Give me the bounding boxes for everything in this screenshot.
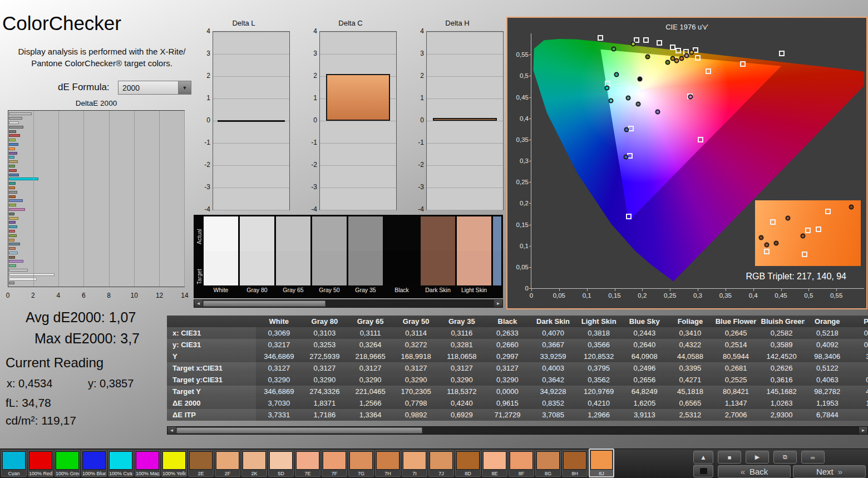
gridline [427,143,503,144]
display-button[interactable] [693,465,713,477]
row-label: x: CIE31 [167,327,256,339]
patch-button-8g[interactable]: 8G [535,450,561,477]
table-row: y: CIE310,32170,32530,32640,32720,32810,… [167,339,868,351]
swatch-scrollbar[interactable]: ◄ ► [194,299,503,308]
scroll-right-icon[interactable]: ► [494,300,502,307]
cie-measured-circle [679,56,684,61]
patch-button-8f[interactable]: 8F [509,450,534,477]
deltae-bar-row [9,173,184,177]
deltae-bar-row [9,238,184,242]
bottom-toolbar: Cyan100% Red100% Green100% Blue100% Cyan… [0,449,868,478]
scrollbar-track[interactable] [176,427,859,434]
gridline [320,143,396,144]
cie-target-square [802,252,807,257]
gridline [213,54,289,55]
table-cell: 218,9665 [347,351,393,362]
next-button[interactable]: Next » [793,465,866,478]
gridline [159,111,160,287]
table-cell: 0,0000 [485,386,530,397]
swatch-target [276,251,310,285]
patch-button-7g[interactable]: 7G [348,450,374,477]
patch-button-7h[interactable]: 7H [375,450,401,477]
axis-tick [529,97,531,98]
scrollbar-track[interactable] [203,300,494,307]
deltae-bar-row [9,259,184,264]
patch-button-100-blue[interactable]: 100% Blue [81,450,107,477]
cie-measured-circle [624,127,629,132]
scrollbar-thumb[interactable] [176,427,422,433]
capture-button[interactable]: ⧉ [773,451,797,464]
patch-button-8h[interactable]: 8H [562,450,588,477]
table-cell: 2,7006 [713,409,758,421]
cie-inset [755,200,861,266]
table-row: x: CIE310,30690,31030,31110,31140,31160,… [167,327,868,339]
patch-label: 7J [430,470,453,476]
patch-color [82,451,106,470]
patch-button-7f[interactable]: 7F [322,450,347,477]
swatch-actual [384,216,419,251]
table-cell: 40,7 [850,386,868,397]
table-cell: 0,3290 [393,374,439,386]
patch-label: 100% Blue [82,470,106,476]
column-header: Foliage [667,316,713,327]
deltae-bar [9,143,18,146]
cie-measured-circle [665,60,670,65]
cie-measured-circle [608,98,613,104]
swatch-white: White [204,216,238,297]
gridline [213,165,289,166]
patch-color [269,451,293,470]
cie-target-square [740,61,746,67]
patch-button-7e[interactable]: 7E [295,450,320,477]
patch-label: Cyan [2,470,26,476]
patch-button-cyan[interactable]: Cyan [1,450,27,477]
patch-button-8j[interactable]: 8J [589,449,614,477]
axis-tick-label: 14 [181,292,188,299]
table-cell: 0,3616 [759,374,805,386]
patch-color [189,451,213,470]
actual-row-label: Actual [195,216,204,257]
patch-button-100-yellow[interactable]: 100% Yellow [161,450,187,477]
table-cell: 118,0658 [439,351,485,362]
table-cell: 3,7030 [256,397,302,409]
scroll-up-button[interactable]: ▲ [693,451,713,464]
stop-button[interactable]: ■ [718,451,741,464]
table-cell: 0,3264 [347,339,393,351]
patch-button-2k[interactable]: 2K [241,450,267,477]
scroll-left-icon[interactable]: ◄ [194,300,203,307]
next-button-label: Next [816,467,834,476]
scrollbar-thumb[interactable] [203,300,326,307]
axis-tick-label: 0,2 [510,200,529,206]
patch-label: 7G [349,470,373,476]
patch-button-7j[interactable]: 7J [428,450,454,477]
de-formula-dropdown[interactable]: 2000 ▼ [118,81,191,95]
scroll-right-icon[interactable]: ► [859,427,867,434]
swatch-gray-65: Gray 65 [276,216,310,297]
patch-button-2e[interactable]: 2E [188,450,214,477]
table-scrollbar[interactable]: ◄ ► [167,426,868,435]
patch-button-100-magenta[interactable]: 100% Magenta [135,450,160,477]
deltae-bar [9,130,16,133]
patch-button-100-red[interactable]: 100% Red [28,450,53,477]
loop-button[interactable]: ∞ [801,451,825,464]
axis-tick-label: 0,2 [638,292,647,299]
table-cell: 0,4063 [805,374,850,386]
column-header: Black [485,316,530,327]
deltae-bars [9,112,184,285]
table-cell: 0,3395 [667,362,713,374]
patch-button-100-green[interactable]: 100% Green [55,450,80,477]
patch-color [56,451,79,470]
table-cell: 0,4210 [576,397,622,409]
deltae-bar-row [9,146,184,151]
gridline [320,188,396,188]
deltae-bar [9,217,18,220]
patch-button-100-cyan[interactable]: 100% Cyan [108,450,134,477]
patch-button-2f[interactable]: 2F [215,450,240,477]
patch-button-5d[interactable]: 5D [268,450,294,477]
back-button[interactable]: « Back [718,465,791,478]
play-button[interactable]: ▶ [746,451,769,464]
patch-button-8e[interactable]: 8E [482,450,507,477]
patch-button-7i[interactable]: 7I [402,450,427,477]
patch-button-8d[interactable]: 8D [455,450,481,477]
swatch-actual [276,216,310,251]
scroll-left-icon[interactable]: ◄ [167,427,176,434]
